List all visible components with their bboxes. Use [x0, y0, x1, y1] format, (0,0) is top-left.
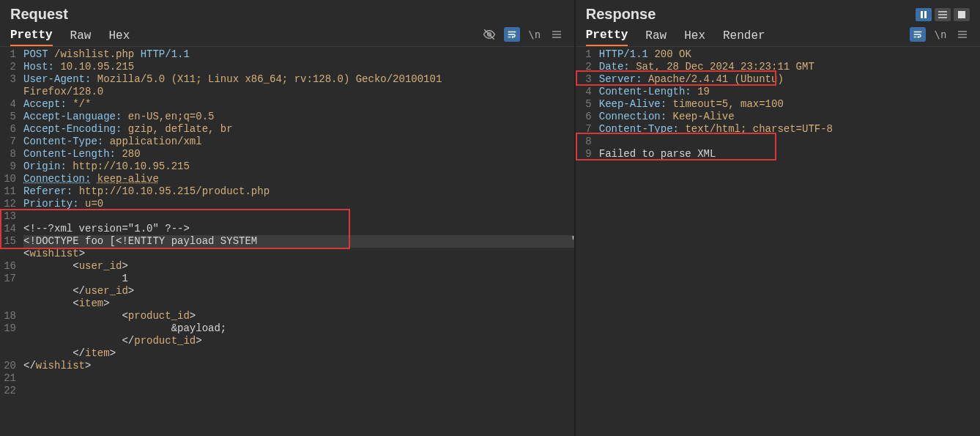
svg-rect-10 [958, 11, 965, 18]
response-header: Response [576, 0, 980, 26]
top-controls [916, 8, 970, 21]
tab-pretty-resp[interactable]: Pretty [586, 26, 628, 46]
tab-hex[interactable]: Hex [108, 26, 130, 45]
request-title: Request [10, 6, 68, 23]
request-tabs: Pretty Raw Hex \n [0, 26, 574, 47]
menu-icon[interactable] [549, 27, 564, 42]
tab-render-resp[interactable]: Render [723, 26, 765, 45]
list-button[interactable] [935, 8, 951, 21]
response-content[interactable]: HTTP/1.1 200 OKDate: Sat, 28 Dec 2024 23… [596, 47, 980, 436]
request-panel: Request Pretty Raw Hex \n 12345678910111… [0, 0, 576, 436]
response-title: Response [586, 6, 656, 23]
request-gutter: 12345678910111213141516171819202122 [0, 47, 21, 436]
request-header: Request [0, 0, 574, 26]
tab-hex-resp[interactable]: Hex [684, 26, 705, 45]
pause-button[interactable] [916, 8, 932, 21]
wrap-icon[interactable] [504, 27, 520, 42]
response-tabs: Pretty Raw Hex Render \n [576, 26, 980, 47]
stop-button[interactable] [954, 8, 970, 21]
wrap-icon-resp[interactable] [910, 27, 926, 42]
newline-icon[interactable]: \n [527, 27, 542, 42]
svg-rect-5 [921, 11, 923, 18]
tab-raw[interactable]: Raw [70, 26, 92, 45]
response-code[interactable]: 123456789 HTTP/1.1 200 OKDate: Sat, 28 D… [576, 47, 980, 436]
response-panel: Response Pretty Raw Hex Render \n [576, 0, 980, 436]
request-code[interactable]: 12345678910111213141516171819202122 POST… [0, 47, 574, 436]
response-gutter: 123456789 [576, 47, 596, 436]
hide-icon[interactable] [482, 27, 497, 42]
tab-raw-resp[interactable]: Raw [645, 26, 667, 45]
tab-pretty[interactable]: Pretty [10, 26, 53, 46]
svg-rect-6 [924, 11, 927, 18]
request-content[interactable]: POST /wishlist.php HTTP/1.1Host: 10.10.9… [21, 47, 574, 436]
menu-icon-resp[interactable] [955, 27, 970, 42]
newline-icon-resp[interactable]: \n [933, 27, 948, 42]
